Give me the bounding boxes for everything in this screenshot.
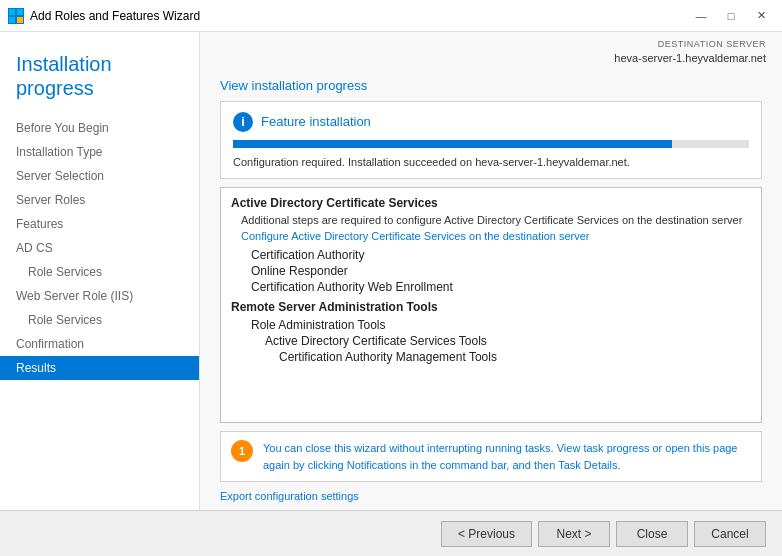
- sidebar: Installation progress Before You Begin I…: [0, 32, 200, 510]
- content-body: View installation progress i Feature ins…: [200, 70, 782, 510]
- destination-server-label: DESTINATION SERVER: [614, 38, 766, 51]
- result-section2-title: Remote Server Administration Tools: [231, 300, 751, 314]
- close-button[interactable]: Close: [616, 521, 688, 547]
- result-online-responder: Online Responder: [231, 264, 751, 278]
- sidebar-item-installation-type[interactable]: Installation Type: [0, 140, 199, 164]
- sidebar-item-results[interactable]: Results: [0, 356, 199, 380]
- svg-rect-2: [9, 17, 15, 23]
- sidebar-heading: Installation progress: [0, 42, 199, 116]
- footer: < Previous Next > Close Cancel: [0, 510, 782, 556]
- task-details-link[interactable]: Task Details: [558, 459, 617, 471]
- results-scroll[interactable]: Active Directory Certificate Services Ad…: [221, 188, 761, 422]
- view-progress-label: View installation progress: [220, 78, 762, 93]
- svg-rect-0: [9, 9, 15, 15]
- cancel-button[interactable]: Cancel: [694, 521, 766, 547]
- result-cert-mgmt-tools: Certification Authority Management Tools: [231, 350, 751, 364]
- svg-rect-3: [17, 17, 23, 23]
- svg-rect-1: [17, 9, 23, 15]
- feature-installation-title: Feature installation: [261, 114, 371, 129]
- export-configuration-link[interactable]: Export configuration settings: [220, 490, 762, 502]
- destination-server-name: heva-server-1.heyvaldemar.net: [614, 51, 766, 66]
- feature-installation-box: i Feature installation Configuration req…: [220, 101, 762, 179]
- sidebar-item-confirmation[interactable]: Confirmation: [0, 332, 199, 356]
- title-bar: Add Roles and Features Wizard — □ ✕: [0, 0, 782, 32]
- maximize-button[interactable]: □: [718, 6, 744, 26]
- result-cert-authority-web: Certification Authority Web Enrollment: [231, 280, 751, 294]
- result-role-admin-tools: Role Administration Tools: [231, 318, 751, 332]
- sidebar-item-ad-cs[interactable]: AD CS: [0, 236, 199, 260]
- sidebar-item-features[interactable]: Features: [0, 212, 199, 236]
- previous-button[interactable]: < Previous: [441, 521, 532, 547]
- notif-text-2: in the command bar, and then: [407, 459, 558, 471]
- notification-box: 1 You can close this wizard without inte…: [220, 431, 762, 482]
- result-cert-authority: Certification Authority: [231, 248, 751, 262]
- progress-bar-fill: [233, 140, 672, 148]
- main-content: Installation progress Before You Begin I…: [0, 32, 782, 510]
- title-bar-left: Add Roles and Features Wizard: [8, 8, 200, 24]
- notification-text: You can close this wizard without interr…: [263, 440, 751, 473]
- app-icon: [8, 8, 24, 24]
- sidebar-item-before-you-begin[interactable]: Before You Begin: [0, 116, 199, 140]
- sidebar-item-web-server-role[interactable]: Web Server Role (IIS): [0, 284, 199, 308]
- progress-bar-container: [233, 140, 749, 148]
- content-header: DESTINATION SERVER heva-server-1.heyvald…: [200, 32, 782, 70]
- notifications-link[interactable]: Notifications: [347, 459, 407, 471]
- sidebar-item-role-services-2[interactable]: Role Services: [0, 308, 199, 332]
- sidebar-item-server-roles[interactable]: Server Roles: [0, 188, 199, 212]
- content-area: DESTINATION SERVER heva-server-1.heyvald…: [200, 32, 782, 510]
- notification-number: 1: [231, 440, 253, 462]
- sidebar-item-server-selection[interactable]: Server Selection: [0, 164, 199, 188]
- notif-text-3: .: [617, 459, 620, 471]
- result-section1-title: Active Directory Certificate Services: [231, 196, 751, 210]
- window-controls: — □ ✕: [688, 6, 774, 26]
- result-section1-desc: Additional steps are required to configu…: [231, 214, 751, 226]
- results-box: Active Directory Certificate Services Ad…: [220, 187, 762, 423]
- next-button[interactable]: Next >: [538, 521, 610, 547]
- feat-title-row: i Feature installation: [233, 112, 749, 132]
- feature-installation-status: Configuration required. Installation suc…: [233, 156, 749, 168]
- sidebar-item-role-services-1[interactable]: Role Services: [0, 260, 199, 284]
- info-icon: i: [233, 112, 253, 132]
- close-window-button[interactable]: ✕: [748, 6, 774, 26]
- result-adcs-tools: Active Directory Certificate Services To…: [231, 334, 751, 348]
- minimize-button[interactable]: —: [688, 6, 714, 26]
- window-title: Add Roles and Features Wizard: [30, 9, 200, 23]
- result-section1-link[interactable]: Configure Active Directory Certificate S…: [231, 230, 751, 242]
